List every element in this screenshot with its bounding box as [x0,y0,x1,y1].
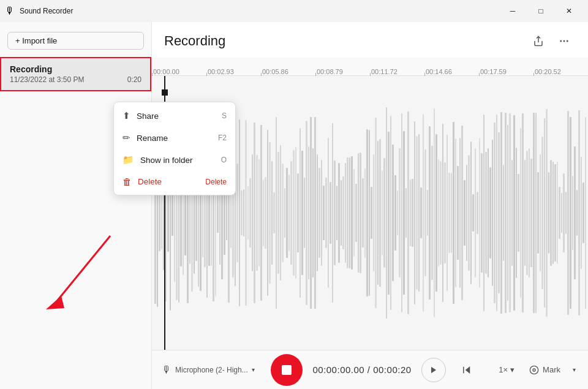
waveform-bar [429,126,431,300]
share-label: Share [137,111,159,121]
waveform-bar [336,186,338,241]
speed-label: 1× [499,365,508,374]
waveform-bar [263,179,265,246]
titlebar-left: 🎙 Sound Recorder [5,6,73,17]
waveform-bar [507,125,509,300]
waveform-bar [479,138,481,288]
waveform-bar [578,110,580,316]
waveform-bar [256,155,258,270]
waveform-bar [403,131,405,295]
waveform-bar [420,187,422,238]
waveform-bar [371,187,372,239]
mark-chevron-button[interactable]: ▾ [570,364,578,376]
waveform-bar [448,173,450,253]
mark-button[interactable]: Mark [524,363,565,377]
waveform-bar [282,164,284,262]
waveform-bar [496,115,498,311]
waveform-bar [516,148,518,278]
delete-shortcut: Delete [205,178,227,186]
context-menu-share[interactable]: ⬆ Share S [114,105,235,127]
waveform-bar [567,111,569,315]
waveform-bar [280,145,282,281]
waveform-bar [581,157,582,270]
current-time: 00:00:00.00 [312,364,364,375]
waveform-bar [410,179,412,246]
waveform-bar [574,146,576,279]
waveform-bar [300,128,301,298]
more-options-button[interactable] [552,29,576,53]
waveform-bar [511,160,513,266]
waveform-bar [252,154,254,271]
arrow-annotation [37,230,129,315]
main-content: Recording [152,22,588,389]
waveform-bar [330,182,331,244]
time-mark-5: 00:14.66 [424,68,479,75]
waveform-bar [405,188,407,237]
waveform-bar [533,113,535,313]
speed-button[interactable]: 1× ▾ [494,363,519,377]
minimize-button[interactable]: ─ [499,0,527,22]
delete-icon: 🗑 [123,176,132,187]
waveform-bar [457,166,459,259]
record-button[interactable] [271,354,303,386]
waveform-bar [306,121,307,305]
waveform-bar [375,118,377,308]
waveform-bar [427,190,429,235]
waveform-bar [394,175,396,251]
recording-name: Recording [10,64,141,74]
svg-point-4 [564,40,565,42]
context-menu-rename[interactable]: ✏ Rename F2 [114,127,235,149]
mark-label: Mark [543,365,560,374]
skip-back-button[interactable] [456,359,478,381]
show-folder-label: Show in folder [140,156,193,165]
waveform-bar [276,117,277,308]
waveform-bar [509,113,511,312]
svg-point-10 [533,369,535,371]
waveform-bar [548,172,550,254]
waveform-bar [284,188,286,238]
app-title: Sound Recorder [20,7,73,15]
waveform-bar [364,168,366,257]
waveform-bar [544,118,546,307]
waveform-bar [550,160,552,266]
waveform-bar [286,168,288,257]
waveform-bar [500,112,502,314]
svg-point-3 [560,40,562,42]
waveform-bar [236,164,238,263]
waveform-bar [477,192,478,235]
waveform-bar [540,154,541,271]
waveform-bar [546,109,548,317]
play-button[interactable] [421,358,446,382]
folder-icon: 📁 [123,154,134,165]
time-mark-1: 00:02.93 [206,68,261,75]
recording-list-item[interactable]: Recording 11/23/2022 at 3:50 PM 0:20 [0,57,151,91]
close-button[interactable]: ✕ [555,0,583,22]
waveform-bar [475,148,477,278]
waveform-bar [293,150,295,276]
waveform-bar [498,132,500,293]
import-file-button[interactable]: + Import file [7,32,144,50]
mic-chevron-icon: ▾ [252,366,255,373]
waveform-bar [401,113,403,313]
maximize-button[interactable]: □ [527,0,555,22]
context-menu-delete[interactable]: 🗑 Delete Delete [114,171,235,192]
waveform-bar [341,180,342,246]
recording-duration: 0:20 [127,75,141,84]
main-header: Recording [152,22,588,58]
waveform-bar [451,173,453,253]
waveform-bar [241,191,243,235]
time-mark-0: 00:00.00 [152,68,206,75]
waveform-bar [576,190,578,236]
waveform-bar [470,142,472,285]
titlebar-controls: ─ □ ✕ [499,0,583,22]
waveform-bar [377,141,379,284]
waveform-bar [245,120,247,306]
waveform-bar [297,173,299,252]
waveform-bar [522,113,524,312]
waveform-bar [314,117,316,308]
share-button[interactable] [527,29,550,53]
waveform-bar [526,151,528,275]
context-menu-show-folder[interactable]: 📁 Show in folder O [114,149,235,171]
mic-selector[interactable]: 🎙 Microphone (2- High... ▾ [162,364,255,376]
waveform-bar [388,132,390,295]
